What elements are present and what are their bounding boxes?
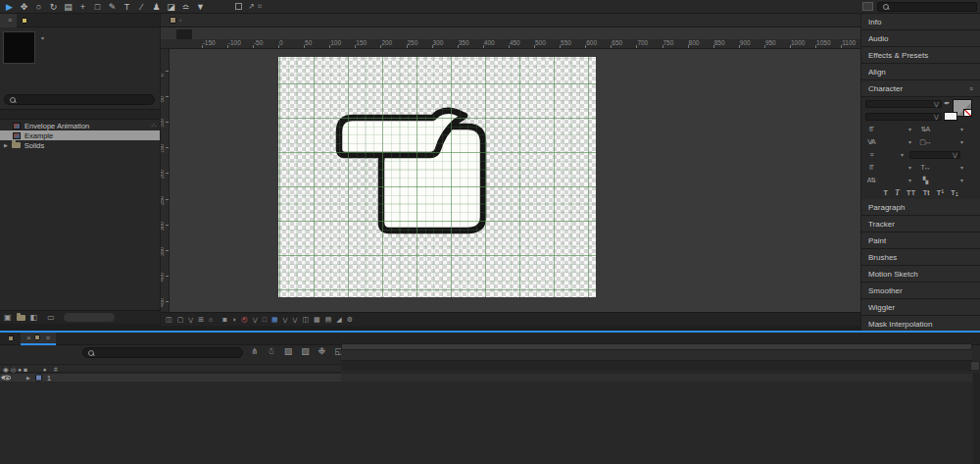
timeline-tab-close-icon[interactable]: × [26,334,31,342]
new-folder-icon[interactable] [17,315,25,321]
timeline-panel-menu-icon[interactable]: ≡ [46,335,50,341]
channels-icon[interactable]: ⦿ [241,316,248,323]
comp-viewport[interactable] [170,49,860,312]
reset-exposure-icon[interactable]: ⚙ [347,316,353,324]
frame-blending-icon[interactable]: ▨ [284,346,293,356]
new-comp-icon[interactable]: ◧ [30,313,38,322]
motion-blur-icon[interactable]: ▧ [301,346,310,356]
puppet-pin-tool-icon[interactable]: ▼ [193,2,208,12]
panel-menu-icon[interactable]: ≡ [969,85,973,92]
label-color-swatch[interactable] [35,375,42,382]
comp-flowchart-icon[interactable]: ◢ [336,316,341,324]
fill-over-stroke-swatch[interactable] [944,112,957,121]
camera-dropdown[interactable]: ⋁ [283,316,288,323]
work-area-bar[interactable] [341,361,972,368]
comp-horizontal-ruler[interactable]: -150-100-5005010015020025030035040045050… [161,39,860,49]
project-item-comp[interactable]: Example [0,130,160,140]
rotate-tool-icon[interactable]: ↻ [46,2,61,12]
trash-icon[interactable]: ▭ [47,313,55,322]
ruler-number: 250 [161,195,165,204]
ruler-number: 100 [330,39,341,46]
rectangle-tool-icon[interactable]: □ [90,2,105,12]
panel-section-character[interactable]: Character≡ [861,80,980,97]
all-caps-button[interactable]: TT [906,188,916,197]
snap-options-icon[interactable]: ↗ [248,2,255,11]
comp-vertical-ruler[interactable]: 050100150200250300350400450 [161,49,170,312]
panel-section-align[interactable]: Align [861,64,980,80]
shy-layers-icon[interactable]: ☃ [268,346,275,356]
selection-tool-icon[interactable]: ▶ [2,2,17,12]
project-search[interactable] [4,94,155,105]
panel-section-paint[interactable]: Paint [861,232,980,249]
panel-section-wiggler[interactable]: Wiggler [861,299,980,316]
hand-tool-icon[interactable]: ✥ [17,2,31,12]
superscript-button[interactable]: T¹ [937,188,945,197]
panel-section-effects-presets[interactable]: Effects & Presets [861,47,980,64]
magnification-icon[interactable]: ▢ [177,316,184,324]
panel-section-motion-sketch[interactable]: Motion Sketch [861,266,980,283]
always-preview-icon[interactable]: ◫ [166,316,172,324]
pen-tool-icon[interactable]: ✎ [105,2,120,12]
faux-italic-button[interactable]: T [895,188,899,197]
clone-stamp-tool-icon[interactable]: ♟ [149,2,164,12]
font-style-dropdown[interactable]: ⋁ [865,113,942,121]
zoom-level-dropdown[interactable]: ⋁ [188,316,193,323]
panel-menu-icon[interactable]: ≡ [8,17,12,24]
mini-flowchart-icon[interactable]: ⋔ [251,346,259,356]
unified-camera-tool-icon[interactable]: ▤ [61,2,75,12]
brainstorm-icon[interactable]: ❉ [318,346,326,356]
pan-behind-tool-icon[interactable]: + [75,2,90,12]
timeline-tab-example[interactable]: × ≡ [21,333,56,345]
lock-icon[interactable]: ◦ [179,17,181,24]
time-navigator[interactable] [341,343,972,350]
small-caps-button[interactable]: Tt [922,188,929,197]
zoom-tool-icon[interactable]: ○ [31,2,46,12]
font-family-dropdown[interactable]: ⋁ [865,100,942,108]
brush-tool-icon[interactable]: ∕ [134,2,149,12]
subscript-button[interactable]: T₁ [951,188,958,197]
help-search[interactable] [877,2,977,12]
time-ruler[interactable] [341,350,972,361]
track-lane[interactable] [341,373,972,382]
marker-bin-button[interactable] [970,361,980,371]
stock-icon[interactable] [862,2,873,11]
tab-project[interactable]: ≡ [0,14,17,27]
faux-bold-button[interactable]: T [883,188,888,197]
eyedropper-icon[interactable]: ✒ [944,99,951,108]
twirl-icon[interactable]: ▶ [26,375,30,381]
project-item-comp[interactable]: Envelope Animation∴ [0,121,160,130]
snapping-checkbox[interactable] [235,3,242,10]
snapshot-icon[interactable]: ◙ [222,316,226,323]
mask-visibility-icon[interactable]: ⌂ [209,316,213,323]
timeline-vertical-scrollbar[interactable] [973,373,980,464]
project-item-folder[interactable]: ▶Solids [0,140,160,150]
interpret-footage-icon[interactable]: ▣ [4,313,12,322]
panel-section-smoother[interactable]: Smoother [861,283,980,299]
twirl-icon[interactable]: ▶ [4,142,8,148]
panel-section-info[interactable]: Info [861,14,980,30]
timeline-search[interactable] [82,347,243,358]
rulers-icon[interactable]: ⊞ [198,316,204,324]
view-layout-dropdown[interactable]: ⋁ [292,316,297,323]
pixel-aspect-icon[interactable]: ◫ [302,316,309,324]
roto-brush-tool-icon[interactable]: ≏ [178,2,193,12]
panel-section-brushes[interactable]: Brushes [861,249,980,266]
resolution-dropdown[interactable]: ⋁ [253,316,258,323]
timeline-tab-envelope-animation[interactable] [8,335,17,341]
show-snapshot-icon[interactable]: ◑ [232,316,236,323]
panel-section-tracker[interactable]: Tracker [861,216,980,232]
project-name-column-header[interactable] [0,109,160,120]
transparency-grid-icon[interactable]: ▦ [271,316,278,324]
panel-section-paragraph[interactable]: Paragraph [861,199,980,216]
stroke-style-dropdown[interactable]: ⋁ [909,151,960,159]
snap-mask-icon[interactable]: ⌗ [258,2,263,12]
type-tool-icon[interactable]: T [120,2,134,12]
panel-section-audio[interactable]: Audio [861,30,980,47]
region-of-interest-icon[interactable]: □ [263,316,267,323]
eraser-tool-icon[interactable]: ◪ [164,2,178,12]
fast-previews-icon[interactable]: ▩ [314,316,320,324]
layer-row[interactable]: ▶1★ [0,373,341,382]
tab-effect-controls[interactable] [17,18,35,24]
letter-artwork[interactable] [278,57,596,297]
timeline-button-icon[interactable]: ▤ [325,316,332,324]
